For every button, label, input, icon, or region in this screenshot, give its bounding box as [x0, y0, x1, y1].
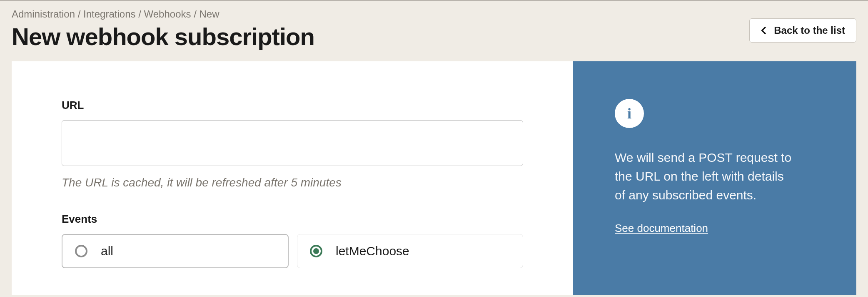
events-option-label: letMeChoose — [336, 244, 409, 258]
info-body: We will send a POST request to the URL o… — [615, 148, 794, 204]
breadcrumb-item[interactable]: Webhooks — [144, 8, 191, 20]
events-option-label: all — [101, 244, 113, 258]
url-label: URL — [62, 99, 523, 112]
info-panel: i We will send a POST request to the URL… — [573, 61, 856, 295]
info-icon-glyph: i — [627, 105, 631, 122]
see-documentation-link[interactable]: See documentation — [615, 222, 708, 235]
page-header: Administration / Integrations / Webhooks… — [0, 1, 868, 50]
url-input[interactable] — [62, 120, 523, 166]
radio-icon-selected — [310, 245, 322, 257]
header-left: Administration / Integrations / Webhooks… — [12, 8, 749, 50]
events-option-all[interactable]: all — [62, 234, 289, 268]
back-to-list-label: Back to the list — [774, 25, 845, 36]
page-title: New webhook subscription — [12, 23, 749, 50]
caret-left-icon — [761, 26, 766, 35]
content: URL The URL is cached, it will be refres… — [12, 61, 856, 295]
back-to-list-button[interactable]: Back to the list — [749, 18, 856, 43]
info-icon: i — [615, 99, 644, 128]
breadcrumb-sep: / — [75, 8, 83, 20]
breadcrumb-item: New — [200, 8, 219, 20]
breadcrumb-sep: / — [191, 8, 199, 20]
breadcrumb-sep: / — [136, 8, 144, 20]
url-field: URL The URL is cached, it will be refres… — [62, 99, 523, 189]
form-panel: URL The URL is cached, it will be refres… — [12, 61, 573, 295]
breadcrumb-item[interactable]: Administration — [12, 8, 75, 20]
events-options: all letMeChoose — [62, 234, 523, 268]
events-label: Events — [62, 213, 523, 226]
url-help-text: The URL is cached, it will be refreshed … — [62, 176, 523, 189]
radio-icon — [75, 245, 87, 257]
events-field: Events all letMeChoose — [62, 213, 523, 268]
breadcrumb-item[interactable]: Integrations — [83, 8, 135, 20]
breadcrumb[interactable]: Administration / Integrations / Webhooks… — [12, 8, 749, 20]
events-option-letmechoose[interactable]: letMeChoose — [297, 234, 523, 268]
